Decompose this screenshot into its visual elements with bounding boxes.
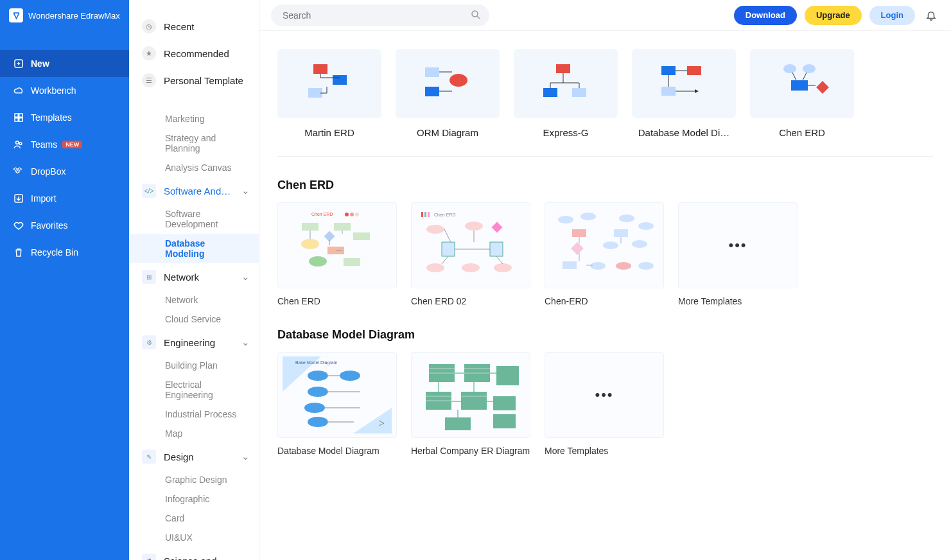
svg-rect-11 xyxy=(308,88,322,98)
nav-workbench[interactable]: Workbench xyxy=(0,77,129,104)
upgrade-button[interactable]: Upgrade xyxy=(805,6,862,25)
brand-name: Wondershare EdrawMax xyxy=(28,11,120,21)
cat-sub-software-dev[interactable]: Software Development xyxy=(129,204,259,234)
midtop-recent[interactable]: ◷ Recent xyxy=(129,13,259,40)
cat-sub-uiux[interactable]: UI&UX xyxy=(129,528,259,547)
cat-sub-analysis[interactable]: Analysis Canvas xyxy=(129,158,259,177)
cat-sub-marketing[interactable]: Marketing xyxy=(129,109,259,128)
template-chen-erd-02[interactable]: Chen ERD Chen ERD 02 xyxy=(411,202,530,306)
svg-point-6 xyxy=(19,143,22,145)
diagram-type-chen-erd[interactable]: Chen ERD xyxy=(750,49,854,138)
nav-templates[interactable]: Templates xyxy=(0,104,129,131)
svg-rect-76 xyxy=(493,414,516,428)
midtop-label: Personal Template xyxy=(164,75,243,86)
cat-sub-electrical[interactable]: Electrical Engineering xyxy=(129,375,259,405)
template-thumb: Chen ERD xyxy=(411,202,530,288)
download-button[interactable]: Download xyxy=(734,6,797,25)
svg-point-47 xyxy=(462,263,480,272)
template-chen-erd[interactable]: Chen ERD Chen ERD xyxy=(277,202,397,306)
cat-software[interactable]: </> Software And… ⌄ xyxy=(129,177,259,204)
clock-icon: ◷ xyxy=(142,19,156,33)
cat-engineering[interactable]: ⚙ Engineering ⌄ xyxy=(129,329,259,356)
template-dbmodel[interactable]: Base Model Diagram Database Model Diagra… xyxy=(277,352,397,456)
cat-sub-map[interactable]: Map xyxy=(129,424,259,443)
cat-sub-infographic[interactable]: Infographic xyxy=(129,489,259,509)
login-button[interactable]: Login xyxy=(869,6,915,25)
nav-new[interactable]: New xyxy=(0,50,129,77)
svg-rect-4 xyxy=(19,118,22,121)
template-herbal-er[interactable]: Herbal Company ER Diagram xyxy=(411,352,530,456)
svg-point-60 xyxy=(616,262,631,270)
cat-sub-building[interactable]: Building Plan xyxy=(129,356,259,375)
search-icon[interactable] xyxy=(470,9,482,21)
svg-rect-29 xyxy=(302,223,318,231)
diagram-label: ORM Diagram xyxy=(417,127,478,138)
engineering-icon: ⚙ xyxy=(142,335,156,349)
nav-label: Import xyxy=(31,193,57,204)
cat-sub-graphic[interactable]: Graphic Design xyxy=(129,470,259,489)
search-input[interactable] xyxy=(271,4,489,26)
svg-rect-31 xyxy=(324,231,335,242)
template-chen-erd-dash[interactable]: Chen-ERD xyxy=(545,202,664,306)
svg-rect-44 xyxy=(442,242,455,256)
svg-rect-38 xyxy=(424,212,426,217)
nav-label: Teams xyxy=(31,139,57,150)
topbar: Download Upgrade Login xyxy=(259,0,951,31)
section-title: Chen ERD xyxy=(277,179,933,192)
svg-rect-3 xyxy=(15,118,18,121)
network-icon: ⊞ xyxy=(142,270,156,284)
cat-sub-network[interactable]: Network xyxy=(129,290,259,310)
nav-dropbox[interactable]: DropBox xyxy=(0,158,129,185)
bell-icon[interactable] xyxy=(923,7,939,24)
import-icon xyxy=(13,193,31,204)
nav-teams[interactable]: Teams NEW xyxy=(0,131,129,158)
cat-sub-strategy[interactable]: Strategy and Planning xyxy=(129,128,259,158)
svg-point-52 xyxy=(638,222,654,230)
cat-sub-industrial[interactable]: Industrial Process xyxy=(129,405,259,424)
more-icon: ••• xyxy=(595,387,613,403)
brand-bar: Wondershare EdrawMax xyxy=(0,0,129,31)
section-chen-erd: Chen ERD Chen ERD Chen ERD Chen ERD Chen… xyxy=(277,179,933,306)
nav-recycle-bin[interactable]: Recycle Bin xyxy=(0,239,129,266)
template-thumb: Base Model Diagram xyxy=(277,352,397,438)
svg-rect-54 xyxy=(614,229,628,237)
diagram-label: Express-G xyxy=(543,127,589,138)
svg-point-27 xyxy=(350,213,354,216)
nav-import[interactable]: Import xyxy=(0,185,129,212)
svg-point-61 xyxy=(638,262,654,270)
svg-point-26 xyxy=(345,213,349,216)
diagram-type-martin-erd[interactable]: Martin ERD xyxy=(277,49,381,138)
svg-rect-20 xyxy=(661,87,676,96)
template-more-chen[interactable]: ••• More Templates xyxy=(678,202,798,306)
grid-icon xyxy=(13,112,31,123)
code-icon: </> xyxy=(142,184,156,198)
cat-label: Software And… xyxy=(164,186,231,197)
diagram-type-db-model[interactable]: Database Model Di… xyxy=(632,49,736,138)
svg-point-46 xyxy=(426,263,444,272)
template-more-dbmodel[interactable]: ••• More Templates xyxy=(545,352,664,456)
midtop-personal-template[interactable]: ☰ Personal Template xyxy=(129,67,259,94)
diagram-type-express-g[interactable]: Express-G xyxy=(514,49,618,138)
svg-point-41 xyxy=(426,225,444,234)
cat-sub-cloud-service[interactable]: Cloud Service xyxy=(129,310,259,329)
svg-rect-53 xyxy=(572,229,586,237)
cat-sub-database-modeling[interactable]: Database Modeling xyxy=(129,234,259,263)
template-label: Chen ERD xyxy=(277,296,397,306)
nav-favorites[interactable]: Favorites xyxy=(0,212,129,239)
svg-rect-23 xyxy=(791,80,808,91)
svg-point-65 xyxy=(308,371,328,381)
cat-sub-card[interactable]: Card xyxy=(129,509,259,528)
svg-rect-24 xyxy=(816,81,829,94)
doc-icon: ☰ xyxy=(142,73,156,87)
cat-design[interactable]: ✎ Design ⌄ xyxy=(129,443,259,470)
svg-rect-18 xyxy=(661,66,676,75)
svg-rect-1 xyxy=(15,114,18,117)
svg-point-49 xyxy=(558,216,573,223)
svg-rect-9 xyxy=(313,64,327,74)
midtop-recommended[interactable]: ★ Recommended xyxy=(129,40,259,67)
cat-network[interactable]: ⊞ Network ⌄ xyxy=(129,263,259,290)
cat-science[interactable]: ⚗ Science and … ⌄ xyxy=(129,547,259,560)
diagram-type-orm[interactable]: ORM Diagram xyxy=(396,49,500,138)
section-title: Database Model Diagram xyxy=(277,328,933,342)
diagram-thumb xyxy=(632,49,736,118)
